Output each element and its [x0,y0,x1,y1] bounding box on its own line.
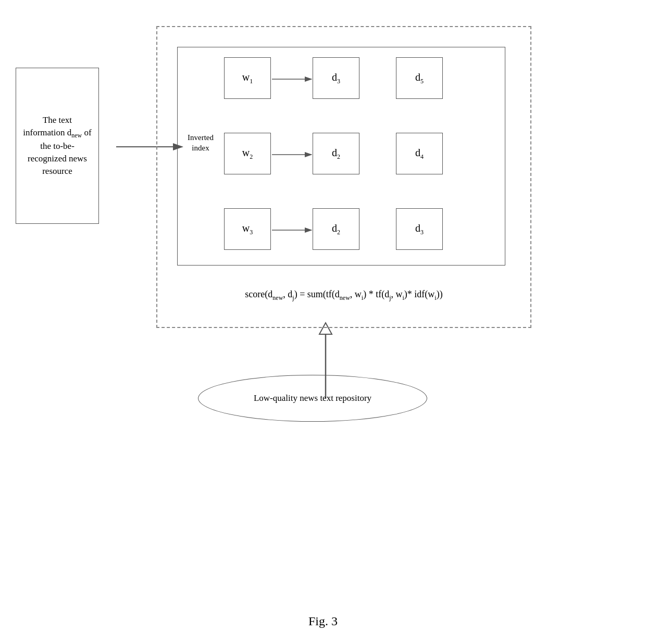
inverted-index-label: Inverted index [182,133,219,153]
doc-box-d3a: d3 [313,57,359,99]
figure-label: Fig. 3 [308,614,338,628]
word-box-w3: w3 [224,208,271,250]
doc-box-d2b: d2 [313,208,359,250]
text-info-content: The text information dnew of the to-be-r… [21,114,93,177]
text-info-box: The text information dnew of the to-be-r… [16,68,99,224]
doc-box-d5: d5 [396,57,443,99]
score-formula: score(dnew, dj) = sum(tf(dnew, wi) * tf(… [156,289,531,302]
repository-label: Low-quality news text repository [254,393,371,403]
doc-box-d4: d4 [396,133,443,174]
word-box-w1: w1 [224,57,271,99]
doc-box-d3b: d3 [396,208,443,250]
repository-ellipse: Low-quality news text repository [198,375,427,422]
doc-box-d2a: d2 [313,133,359,174]
word-box-w2: w2 [224,133,271,174]
